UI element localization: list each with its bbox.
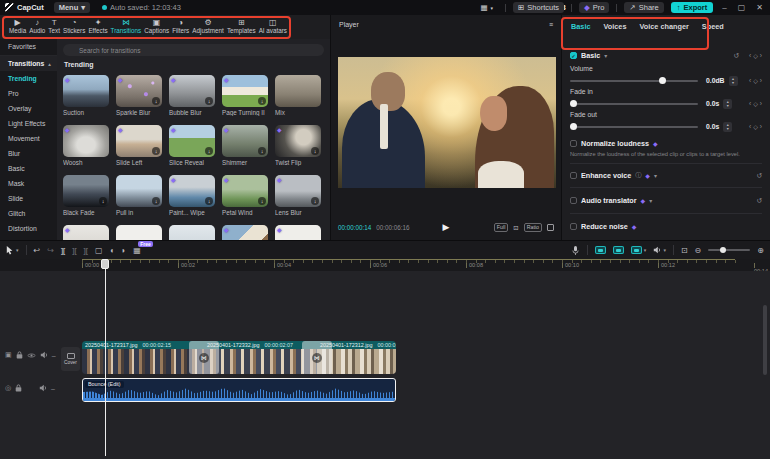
transition-tile-bubble-blur[interactable]: ◆↓Bubble Blur	[169, 75, 215, 116]
chevron-down-icon[interactable]: ▾	[654, 172, 657, 179]
lock-icon[interactable]	[15, 384, 22, 392]
toolbar-item-templates[interactable]: ⊞Templates	[227, 16, 256, 38]
transition-tile-mix[interactable]: Mix	[275, 75, 321, 116]
download-icon[interactable]: ↓	[152, 97, 160, 105]
timeline-zoom-slider[interactable]	[708, 249, 750, 251]
download-icon[interactable]: ↓	[99, 197, 107, 205]
transition-tile-slice-reveal[interactable]: ◆↓Slice Reveal	[169, 125, 215, 166]
sidebar-item-pro[interactable]: Pro	[0, 86, 57, 101]
playhead-line[interactable]	[105, 259, 106, 456]
download-icon[interactable]: ↓	[258, 97, 266, 105]
split-icon[interactable]: ][	[61, 247, 65, 254]
transition-tile-lens-blur[interactable]: ◆↓Lens Blur	[275, 175, 321, 216]
sidebar-item-light-effects[interactable]: Light Effects	[0, 116, 57, 131]
collapse-icon[interactable]: –	[51, 385, 55, 392]
transition-tile-paint-wipe[interactable]: ◆↓Paint... Wipe	[169, 175, 215, 216]
audio-clip-selected[interactable]: Bounce (Edit)	[82, 378, 396, 402]
undo-icon[interactable]: ↩	[34, 246, 41, 255]
keyframe-diamond-icon[interactable]: ◇	[753, 52, 758, 59]
transition-tile[interactable]	[169, 225, 215, 240]
download-icon[interactable]: ↓	[258, 197, 266, 205]
timeline-vertical-scrollbar[interactable]	[763, 305, 767, 375]
toolbar-item-captions[interactable]: ▣Captions	[144, 16, 169, 38]
sidebar-item-mask[interactable]: Mask	[0, 176, 57, 191]
split-left-icon[interactable]: ][	[72, 247, 76, 254]
basic-checkbox[interactable]: ✓	[570, 52, 577, 59]
lock-icon[interactable]	[16, 351, 23, 359]
tab-voice-changer[interactable]: Voice changer	[639, 22, 688, 31]
transition-tile-petal-wind[interactable]: ◆↓Petal Wind	[222, 175, 268, 216]
chevron-icon[interactable]: ▾	[604, 52, 607, 59]
normalize-checkbox[interactable]	[570, 140, 577, 147]
tab-basic[interactable]: Basic	[571, 22, 590, 31]
tab-speed[interactable]: Speed	[702, 22, 724, 31]
transition-tile-slide-left[interactable]: ◆↓Slide Left	[116, 125, 162, 166]
reset-icon[interactable]: ↺	[733, 52, 739, 60]
toolbar-item-audio[interactable]: ♪Audio	[29, 16, 45, 38]
download-icon[interactable]: ↓	[152, 147, 160, 155]
menu-button[interactable]: Menu ▾	[54, 2, 90, 13]
cover-button[interactable]: Cover	[61, 347, 80, 371]
video-clip-2[interactable]: 20250401-172332.jpg00:00:02:07	[204, 341, 317, 374]
transition-tile-twist-flip[interactable]: ◆↓Twist Flip	[275, 125, 321, 166]
volume-stepper[interactable]: ▴▾	[729, 76, 738, 86]
transition-tile-shimmer[interactable]: ◆↓Shimmer	[222, 125, 268, 166]
download-icon[interactable]: ↓	[258, 147, 266, 155]
mic-icon[interactable]	[571, 245, 580, 256]
pro-badge[interactable]: ◆ Pro	[579, 2, 609, 13]
toolbar-item-ai-avatars[interactable]: ◫AI avatars	[259, 16, 287, 38]
audio-tool-icon-b[interactable]	[613, 246, 624, 254]
camera-icon[interactable]: ⊡	[681, 246, 688, 255]
fade-in-slider-handle[interactable]	[570, 100, 577, 107]
playhead-handle[interactable]	[101, 259, 109, 269]
fade-out-stepper[interactable]: ▴▾	[723, 122, 732, 132]
layout-button[interactable]: ▦ ▾	[475, 2, 498, 13]
transition-tile[interactable]: ◆	[63, 225, 109, 240]
transition-tile[interactable]: ◆	[222, 225, 268, 240]
download-icon[interactable]: ↓	[205, 97, 213, 105]
play-button[interactable]: ▶	[443, 222, 450, 232]
collapse-icon[interactable]: –	[52, 352, 56, 359]
keyframe-diamond-icon[interactable]: ◇	[753, 123, 758, 130]
maximize-button[interactable]: ▢	[736, 3, 748, 12]
keyframe-diamond-icon[interactable]: ◇	[753, 100, 758, 107]
share-button[interactable]: ↗ Share	[624, 2, 663, 13]
keyframe-prev-icon[interactable]: ‹	[749, 77, 751, 84]
ratio-button[interactable]: Ratio	[524, 223, 542, 232]
volume-slider[interactable]	[570, 80, 698, 82]
sidebar-item-blur[interactable]: Blur	[0, 146, 57, 161]
sidebar-item-overlay[interactable]: Overlay	[0, 101, 57, 116]
keyframe-next-icon[interactable]: ›	[760, 52, 762, 59]
sidebar-item-transitions[interactable]: Transitions▴	[0, 56, 57, 71]
select-tool-button[interactable]: ▾	[6, 245, 19, 255]
toolbar-item-effects[interactable]: ✦Effects	[88, 16, 107, 38]
delete-icon[interactable]: ▢	[95, 246, 103, 255]
video-clip-1[interactable]: 20250401-172317.jpg00:00:02:15	[82, 341, 204, 374]
export-button[interactable]: ↑ Export	[671, 2, 714, 13]
transition-tile[interactable]: ◆	[275, 225, 321, 240]
audio-tool-icon-c[interactable]: ▾	[631, 246, 647, 254]
player-menu-icon[interactable]: ≡	[549, 21, 553, 28]
trim-right-icon[interactable]: ◗	[121, 246, 126, 255]
transition-tile[interactable]	[116, 225, 162, 240]
speaker-tool-button[interactable]: ▾	[653, 246, 666, 254]
transition-tile-page-turning[interactable]: ◆↓Page Turning II	[222, 75, 268, 116]
fade-in-stepper[interactable]: ▴▾	[723, 99, 732, 109]
volume-slider-handle[interactable]	[659, 77, 666, 84]
redo-icon[interactable]: ↪	[47, 246, 54, 255]
toolbar-item-media[interactable]: ▶Media	[9, 16, 26, 38]
keyframe-diamond-icon[interactable]: ◇	[753, 77, 758, 84]
fade-out-slider-handle[interactable]	[570, 123, 577, 130]
reset-icon[interactable]: ↺	[756, 172, 762, 180]
chevron-down-icon[interactable]: ▾	[649, 197, 652, 204]
keyframe-next-icon[interactable]: ›	[760, 100, 762, 107]
mute-icon[interactable]	[39, 384, 47, 392]
transition-tile-suction[interactable]: ◆Suction	[63, 75, 109, 116]
keyframe-next-icon[interactable]: ›	[760, 123, 762, 130]
download-icon[interactable]: ↓	[205, 197, 213, 205]
sidebar-item-basic[interactable]: Basic	[0, 161, 57, 176]
fade-out-slider[interactable]	[570, 126, 698, 128]
eye-icon[interactable]	[27, 352, 36, 359]
sidebar-item-slide[interactable]: Slide	[0, 191, 57, 206]
keyframe-next-icon[interactable]: ›	[760, 77, 762, 84]
